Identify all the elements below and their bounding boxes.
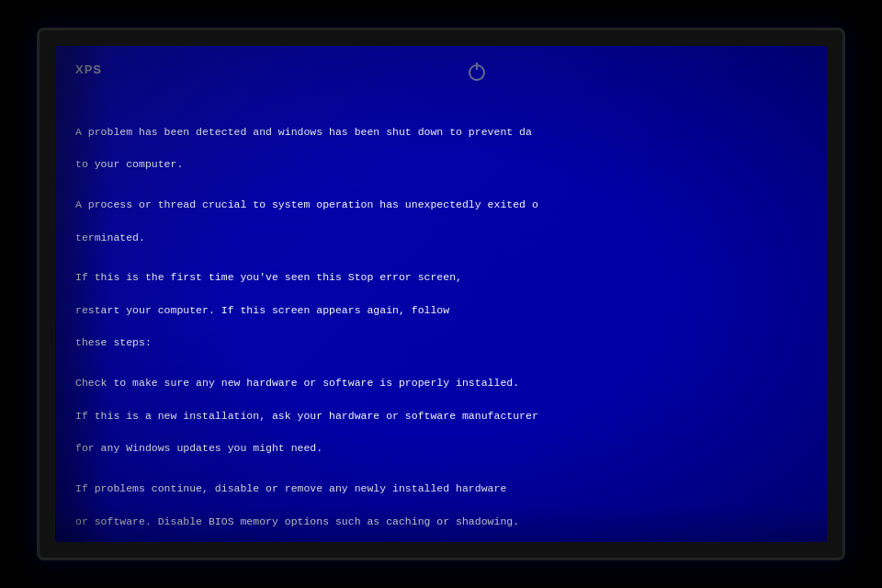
- bsod-line-12: for any Windows updates you might need.: [75, 440, 807, 457]
- bsod-line-1: to your computer.: [75, 156, 807, 173]
- bsod-line-13: [75, 473, 807, 481]
- bsod-line-2: [75, 189, 807, 197]
- top-bar: XPS: [75, 62, 807, 82]
- bsod-line-14: If problems continue, disable or remove …: [75, 481, 807, 497]
- bsod-line-4: terminated.: [75, 230, 807, 246]
- bsod-screen: XPS A problem has been detected and wind…: [55, 46, 827, 542]
- bsod-line-6: If this is the first time you've seen th…: [75, 269, 807, 286]
- bsod-line-8: these steps:: [75, 334, 807, 351]
- bsod-line-0: A problem has been detected and windows …: [75, 124, 807, 141]
- bsod-line-10: Check to make sure any new hardware or s…: [75, 375, 807, 391]
- bsod-line-7: restart your computer. If this screen ap…: [75, 302, 807, 319]
- bsod-line-5: [75, 262, 807, 269]
- screen-bezel: XPS A problem has been detected and wind…: [37, 28, 845, 560]
- bsod-line-3: A process or thread crucial to system op…: [75, 197, 807, 213]
- bsod-line-11: If this is a new installation, ask your …: [75, 408, 807, 424]
- bottom-shadow: [55, 505, 827, 542]
- outer-frame: XPS A problem has been detected and wind…: [0, 0, 882, 588]
- power-icon: [469, 64, 485, 81]
- bsod-content: XPS A problem has been detected and wind…: [55, 46, 827, 542]
- bsod-line-9: [75, 368, 807, 375]
- bsod-text-block: A problem has been detected and windows …: [75, 91, 807, 542]
- left-shadow: [55, 46, 110, 542]
